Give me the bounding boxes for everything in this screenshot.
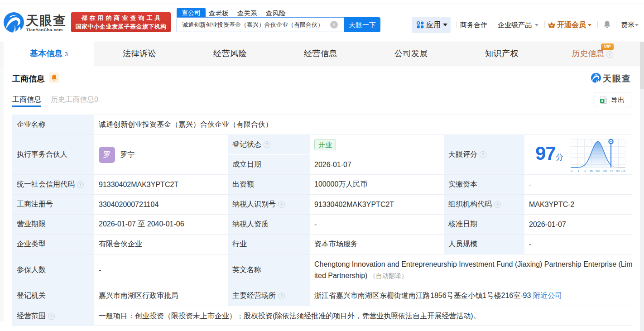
svg-text:85: 85 [603,169,607,173]
svg-text:1: 1 [577,169,579,173]
svg-text:0: 0 [571,169,572,173]
svg-text:50: 50 [596,169,600,173]
svg-text:97: 97 [610,169,613,173]
svg-text:99: 99 [616,169,620,173]
svg-text:100: 100 [621,169,625,173]
svg-text:15: 15 [589,169,593,173]
svg-text:3: 3 [584,169,586,173]
